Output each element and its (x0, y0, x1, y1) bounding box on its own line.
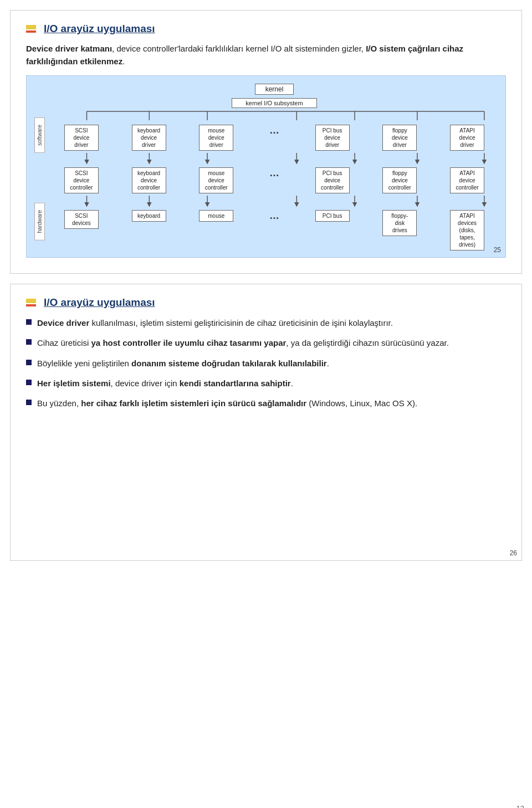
ctrl-atapi: ATAPIdevicecontroller (450, 167, 484, 193)
kernel-label: kernel (265, 85, 284, 93)
slide-2: I/O arayüz uygulaması Device driver kull… (10, 284, 522, 561)
title-icon-2 (26, 299, 36, 306)
hw-pci: PCI bus (315, 210, 350, 222)
intro-text-3: . (122, 57, 125, 66)
icon-bar-yellow-2 (26, 299, 36, 303)
ctrl-mouse: mousedevicecontroller (199, 167, 233, 193)
title-icon-1 (26, 25, 36, 33)
icon-bar-yellow (26, 25, 36, 29)
bullet-item-1: Device driver kullanılması, işletim sist… (26, 316, 506, 329)
bullet-item-2: Cihaz üreticisi ya host controller ile u… (26, 336, 506, 349)
bullet-text-3: Böylelikle yeni geliştirilen donanım sis… (37, 357, 329, 370)
hw-floppy: floppy-diskdrives (382, 210, 417, 236)
dots-2: … (267, 167, 282, 179)
diagram-container: software hardware kernel (26, 75, 506, 258)
icon-bar-red-2 (26, 304, 36, 306)
arrows-svg-1 (51, 153, 498, 163)
slide-1-number: 25 (494, 246, 501, 254)
arrows-svg-2 (51, 196, 498, 206)
bullet-icon-2 (26, 339, 32, 345)
hardware-devices-row: SCSIdevices keyboard mouse … PCI bus flo… (49, 207, 500, 252)
drivers-row: SCSIdevicedriver keyboarddevicedriver mo… (49, 121, 500, 152)
driver-mouse: mousedevicedriver (199, 125, 233, 151)
icon-bar-red (26, 30, 36, 33)
controllers-row: SCSIdevicecontroller keyboarddevicecontr… (49, 164, 500, 195)
slide-1-intro: Device driver katmanı, device controller… (26, 43, 506, 68)
driver-floppy: floppydevicedriver (382, 125, 417, 151)
arrows-drivers (49, 153, 500, 163)
software-label: software (34, 117, 45, 153)
slide-2-title: I/O arayüz uygulaması (44, 296, 155, 309)
hw-atapi: ATAPIdevices(disks,tapes,drives) (450, 210, 484, 250)
intro-bold-1: Device driver katmanı (26, 44, 112, 53)
bullet-item-4: Her işletim sistemi, device driver için … (26, 377, 506, 390)
page-number: 13 (516, 804, 524, 808)
ctrl-floppy: floppydevicecontroller (382, 167, 417, 193)
page-container: I/O arayüz uygulaması Device driver katm… (0, 10, 532, 808)
bullet-item-5: Bu yüzden, her cihaz farklı işletim sist… (26, 397, 506, 410)
slide-1-title: I/O arayüz uygulaması (44, 23, 155, 35)
bullet-list: Device driver kullanılması, işletim sist… (26, 316, 506, 410)
hardware-label: hardware (34, 203, 45, 241)
subsystem-label: kernel I/O subsystem (245, 100, 303, 106)
kernel-row: kernel (49, 81, 500, 96)
subsystem-row: kernel I/O subsystem (49, 97, 500, 109)
dots-1: … (267, 125, 282, 136)
hw-keyboard: keyboard (132, 210, 166, 222)
ctrl-pci: PCI busdevicecontroller (315, 167, 350, 193)
bullet-text-5: Bu yüzden, her cihaz farklı işletim sist… (37, 397, 417, 410)
driver-atapi: ATAPIdevicedriver (450, 125, 484, 151)
driver-keyboard: keyboarddevicedriver (132, 125, 166, 151)
hw-mouse: mouse (199, 210, 233, 222)
driver-scsi: SCSIdevicedriver (64, 125, 99, 151)
connector-top (49, 110, 500, 120)
subsystem-box: kernel I/O subsystem (232, 98, 316, 108)
connector-svg-top (51, 110, 498, 120)
ctrl-keyboard: keyboarddevicecontroller (132, 167, 166, 193)
driver-pci: PCI busdevicedriver (315, 125, 350, 151)
slide-1-title-bar: I/O arayüz uygulaması (26, 23, 506, 35)
slide-1: I/O arayüz uygulaması Device driver katm… (10, 10, 522, 274)
slide-2-number: 26 (510, 549, 517, 557)
bullet-text-1: Device driver kullanılması, işletim sist… (37, 316, 393, 329)
bullet-icon-1 (26, 319, 32, 325)
slide-2-title-bar: I/O arayüz uygulaması (26, 296, 506, 309)
ctrl-scsi: SCSIdevicecontroller (64, 167, 99, 193)
hw-scsi: SCSIdevices (64, 210, 99, 229)
bullet-icon-5 (26, 400, 32, 405)
bullet-text-4: Her işletim sistemi, device driver için … (37, 377, 293, 390)
bullet-icon-4 (26, 380, 32, 385)
bullet-icon-3 (26, 360, 32, 365)
bullet-item-3: Böylelikle yeni geliştirilen donanım sis… (26, 357, 506, 370)
kernel-box: kernel (255, 84, 294, 95)
bullet-text-2: Cihaz üreticisi ya host controller ile u… (37, 336, 449, 349)
dots-3: … (267, 210, 282, 222)
arrows-controllers (49, 196, 500, 206)
intro-text-2: , device controller'lardaki farklılıklar… (112, 44, 366, 53)
